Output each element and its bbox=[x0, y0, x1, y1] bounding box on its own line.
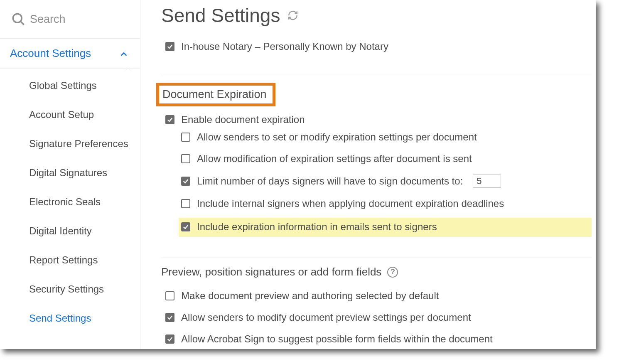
option-label: Allow senders to set or modify expiratio… bbox=[197, 131, 477, 143]
sidebar-item-digital-signatures[interactable]: Digital Signatures bbox=[0, 158, 140, 187]
option-enable-doc-expiration: Enable document expiration bbox=[161, 112, 592, 127]
sidebar-item-label: Security Settings bbox=[29, 283, 104, 295]
svg-line-1 bbox=[21, 22, 24, 25]
page-title: Send Settings bbox=[161, 4, 280, 27]
sidebar-item-label: Electronic Seals bbox=[29, 196, 101, 207]
option-label: Include internal signers when applying d… bbox=[197, 198, 504, 209]
limit-days-input[interactable] bbox=[473, 175, 501, 188]
option-in-house-notary: In-house Notary – Personally Known by No… bbox=[161, 39, 592, 54]
sidebar-item-label: Global Settings bbox=[29, 80, 97, 91]
search-icon bbox=[11, 12, 26, 27]
app-window: Account Settings Global Settings Account… bbox=[0, 0, 596, 349]
option-label: Enable document expiration bbox=[181, 114, 305, 125]
section-document-expiration: Document Expiration Enable document expi… bbox=[161, 83, 592, 237]
sidebar-item-account-setup[interactable]: Account Setup bbox=[0, 100, 140, 129]
option-label: Allow modification of expiration setting… bbox=[197, 153, 472, 165]
settings-content: In-house Notary – Personally Known by No… bbox=[161, 39, 596, 349]
checkbox[interactable] bbox=[165, 291, 174, 300]
divider bbox=[161, 75, 592, 75]
checkbox[interactable] bbox=[181, 177, 190, 186]
option-label: Limit number of days signers will have t… bbox=[197, 175, 463, 187]
checkbox[interactable] bbox=[181, 154, 190, 163]
main-content: Send Settings In-house Notary – Personal… bbox=[140, 0, 596, 349]
sidebar-item-digital-identity[interactable]: Digital Identity bbox=[0, 216, 140, 246]
doc-expiration-suboptions: Allow senders to set or modify expiratio… bbox=[161, 130, 592, 237]
page-title-row: Send Settings bbox=[161, 0, 596, 39]
section-heading-label: Preview, position signatures or add form… bbox=[161, 266, 381, 278]
refresh-icon[interactable] bbox=[287, 10, 298, 21]
section-preview: Preview, position signatures or add form… bbox=[161, 266, 592, 347]
sidebar-item-security-settings[interactable]: Security Settings bbox=[0, 275, 140, 304]
checkbox[interactable] bbox=[165, 313, 174, 322]
sidebar-item-send-settings[interactable]: Send Settings bbox=[0, 304, 140, 333]
sidebar-section-label: Account Settings bbox=[10, 47, 91, 60]
sidebar-item-electronic-seals[interactable]: Electronic Seals bbox=[0, 187, 140, 216]
sidebar-item-label: Digital Signatures bbox=[29, 167, 107, 178]
search-input[interactable] bbox=[30, 13, 132, 26]
option-allow-modification-after-send: Allow modification of expiration setting… bbox=[181, 151, 592, 166]
sidebar-item-label: Send Settings bbox=[29, 312, 91, 324]
sidebar-item-signature-preferences[interactable]: Signature Preferences bbox=[0, 129, 140, 158]
checkbox[interactable] bbox=[181, 133, 190, 142]
checkbox[interactable] bbox=[165, 334, 174, 344]
option-label: In-house Notary – Personally Known by No… bbox=[181, 41, 388, 52]
chevron-up-icon bbox=[119, 49, 128, 58]
sidebar-item-label: Digital Identity bbox=[29, 225, 92, 236]
option-label: Allow Acrobat Sign to suggest possible f… bbox=[181, 333, 493, 345]
option-label: Allow senders to modify document preview… bbox=[181, 312, 471, 323]
option-preview-default: Make document preview and authoring sele… bbox=[161, 288, 592, 303]
option-label: Include expiration information in emails… bbox=[197, 221, 437, 233]
checkbox[interactable] bbox=[165, 115, 174, 124]
sidebar-section-account-settings[interactable]: Account Settings bbox=[0, 39, 140, 69]
checkbox[interactable] bbox=[165, 42, 174, 51]
section-heading-document-expiration: Document Expiration bbox=[156, 83, 275, 106]
sidebar-item-label: Report Settings bbox=[29, 254, 98, 266]
option-suggest-form-fields: Allow Acrobat Sign to suggest possible f… bbox=[161, 332, 592, 347]
search-row[interactable] bbox=[0, 0, 140, 39]
checkbox[interactable] bbox=[181, 199, 190, 208]
option-include-internal-signers: Include internal signers when applying d… bbox=[181, 196, 592, 211]
preview-options: Make document preview and authoring sele… bbox=[161, 288, 592, 347]
sidebar-item-global-settings[interactable]: Global Settings bbox=[0, 71, 140, 100]
svg-point-0 bbox=[13, 14, 22, 22]
help-icon[interactable]: ? bbox=[387, 267, 398, 278]
section-heading-preview: Preview, position signatures or add form… bbox=[161, 266, 592, 278]
sidebar-item-label: Account Setup bbox=[29, 109, 94, 120]
option-include-expiration-email: Include expiration information in emails… bbox=[179, 218, 592, 237]
divider bbox=[161, 258, 592, 258]
sidebar-item-label: Signature Preferences bbox=[29, 138, 128, 149]
option-label: Make document preview and authoring sele… bbox=[181, 290, 439, 302]
sidebar: Account Settings Global Settings Account… bbox=[0, 0, 140, 349]
checkbox[interactable] bbox=[181, 222, 190, 231]
option-allow-senders-set: Allow senders to set or modify expiratio… bbox=[181, 130, 592, 145]
option-allow-modify-preview: Allow senders to modify document preview… bbox=[161, 310, 592, 325]
option-limit-days: Limit number of days signers will have t… bbox=[181, 173, 592, 189]
sidebar-nav: Global Settings Account Setup Signature … bbox=[0, 69, 140, 333]
sidebar-item-report-settings[interactable]: Report Settings bbox=[0, 246, 140, 275]
